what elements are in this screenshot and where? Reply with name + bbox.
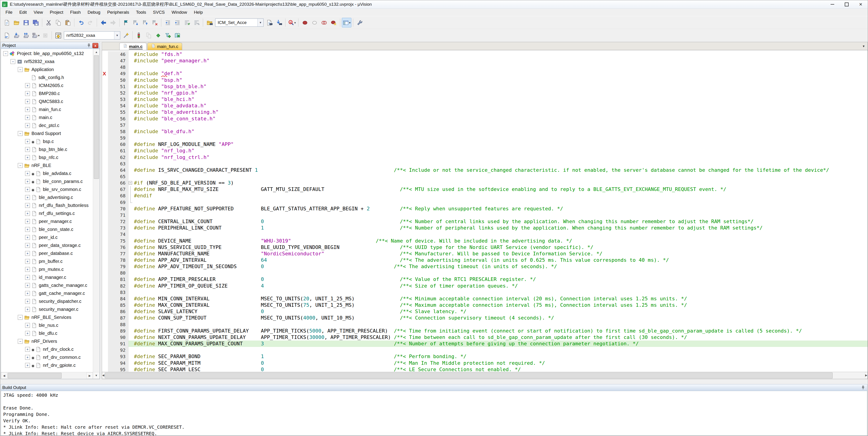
pin-icon[interactable] — [86, 43, 92, 48]
expand-icon[interactable]: + — [25, 299, 30, 304]
bookmark-prev-button[interactable] — [140, 18, 150, 27]
tree-item-bsp_btn_ble.c[interactable]: +bsp_btn_ble.c — [1, 145, 93, 153]
menu-debug[interactable]: Debug — [84, 9, 104, 16]
expand-icon[interactable]: + — [25, 347, 30, 352]
expand-icon[interactable]: + — [25, 235, 30, 240]
manage-project-items-button[interactable] — [144, 31, 153, 40]
expand-icon[interactable]: + — [25, 227, 30, 232]
chevron-down-icon[interactable]: ▼ — [114, 31, 120, 39]
unindent-button[interactable] — [173, 18, 182, 27]
tree-item-nrf_drv_clock.c[interactable]: +nrf_drv_clock.c — [1, 345, 93, 353]
tree-item-peer_database.c[interactable]: +peer_database.c — [1, 250, 93, 257]
scroll-left-icon[interactable]: ◀ — [102, 372, 104, 378]
tree-item-main_fun.c[interactable]: +main_fun.c — [1, 106, 93, 114]
tree-item-ble_dfu.c[interactable]: +ble_dfu.c — [1, 329, 93, 337]
expand-icon[interactable]: + — [25, 195, 30, 200]
tree-item-ble_advdata.c[interactable]: +ble_advdata.c — [1, 170, 93, 177]
expand-icon[interactable]: + — [25, 283, 30, 288]
code-view[interactable]: 46#include "fds.h"47#include "peer_manag… — [102, 50, 868, 372]
bookmark-clear-all-button[interactable] — [150, 18, 159, 27]
pack-installer-button[interactable] — [173, 31, 182, 40]
collapse-icon[interactable]: − — [18, 67, 23, 72]
tree-item-ble_advertising.c[interactable]: +ble_advertising.c — [1, 194, 93, 201]
project-horizontal-scrollbar[interactable]: ◀ ▶ — [1, 372, 93, 379]
fold-margin[interactable]: − — [128, 180, 133, 186]
collapse-icon[interactable]: − — [18, 131, 23, 136]
breakpoint-enable-disable-button[interactable] — [310, 18, 319, 27]
tree-item-sdk_config.h[interactable]: sdk_config.h — [1, 74, 93, 82]
open-file-button[interactable] — [12, 18, 21, 27]
tree-item-nrf_dfu_settings.c[interactable]: +nrf_dfu_settings.c — [1, 209, 93, 217]
tree-item-nrf_dfu_flash_buttonless[interactable]: +nrf_dfu_flash_buttonless — [1, 201, 93, 209]
expand-icon[interactable]: + — [25, 171, 30, 176]
tree-item-qmc5883.c[interactable]: +QMC5883.c — [1, 97, 93, 106]
expand-icon[interactable]: + — [25, 323, 30, 328]
tree-item-project-ble_app_mpu6050_s132[interactable]: −Project: ble_app_mpu6050_s132 — [1, 50, 93, 58]
collapse-icon[interactable]: − — [10, 59, 15, 64]
expand-icon[interactable]: + — [25, 123, 30, 128]
tree-item-main.c[interactable]: +main.c — [1, 114, 93, 121]
expand-icon[interactable]: + — [25, 331, 30, 336]
tree-item-nrf_drv_gpiote.c[interactable]: +nrf_drv_gpiote.c — [1, 361, 93, 369]
tree-item-security_manager.c[interactable]: +security_manager.c — [1, 306, 93, 313]
menu-help[interactable]: Help — [190, 9, 206, 16]
cut-button[interactable] — [44, 18, 53, 27]
build-output-log[interactable]: JTAG speed: 4000 kHzErase Done.Programmi… — [1, 391, 867, 436]
tree-item-ble_conn_params.c[interactable]: +ble_conn_params.c — [1, 177, 93, 185]
expand-icon[interactable]: + — [25, 99, 30, 104]
expand-icon[interactable]: + — [25, 307, 30, 312]
scroll-left-icon[interactable]: ◀ — [1, 372, 7, 379]
breakpoint-disable-all-button[interactable] — [319, 18, 329, 27]
fold-collapse-icon[interactable]: − — [129, 181, 132, 184]
tree-item-pm_buffer.c[interactable]: +pm_buffer.c — [1, 257, 93, 265]
project-panel-close-button[interactable]: x — [92, 43, 98, 48]
navigate-back-button[interactable] — [99, 18, 108, 27]
download-button[interactable]: LOAD — [53, 31, 63, 40]
scrollbar-track[interactable] — [62, 372, 87, 379]
expand-icon[interactable]: + — [25, 83, 30, 88]
tree-item-gatt_cache_manager.c[interactable]: +gatt_cache_manager.c — [1, 289, 93, 297]
scrollbar-track[interactable] — [93, 179, 100, 372]
copy-button[interactable] — [53, 18, 63, 27]
bookmark-next-button[interactable] — [131, 18, 140, 27]
menu-file[interactable]: File — [2, 9, 16, 16]
bookmark-toggle-button[interactable] — [121, 18, 131, 27]
save-file-button[interactable] — [21, 18, 31, 27]
expand-icon[interactable]: + — [25, 219, 30, 224]
pin-icon[interactable] — [860, 385, 866, 390]
scroll-right-icon[interactable]: ▶ — [865, 372, 868, 378]
stop-build-button[interactable] — [40, 31, 50, 40]
tree-item-nrf_ble_services[interactable]: −nRF_BLE_Services — [1, 313, 93, 321]
scroll-down-icon[interactable]: ▼ — [93, 372, 100, 379]
tree-item-pm_mutex.c[interactable]: +pm_mutex.c — [1, 265, 93, 273]
target-combobox-value[interactable]: nrf52832_xxaa — [64, 33, 114, 38]
chevron-down-icon[interactable]: ▾ — [294, 21, 296, 24]
horizontal-scrollbar-thumb[interactable] — [105, 373, 833, 378]
search-combobox-value[interactable]: ICM_Set_Acce — [215, 20, 257, 25]
expand-icon[interactable]: + — [25, 179, 30, 184]
rebuild-all-button[interactable] — [21, 31, 31, 40]
batch-build-button[interactable]: ▾ — [31, 31, 40, 40]
window-layout-button[interactable]: ▾ — [342, 18, 351, 27]
collapse-icon[interactable]: − — [3, 51, 8, 56]
expand-icon[interactable]: + — [25, 107, 30, 112]
collapse-icon[interactable]: − — [18, 315, 23, 320]
tree-item-ble_conn_state.c[interactable]: +ble_conn_state.c — [1, 226, 93, 233]
horizontal-scrollbar-thumb[interactable] — [8, 373, 62, 378]
expand-icon[interactable]: + — [25, 155, 30, 160]
vertical-scrollbar-thumb[interactable] — [94, 56, 99, 179]
tab-main-c[interactable]: main.c — [119, 43, 147, 50]
new-file-button[interactable] — [2, 18, 12, 27]
options-for-target-button[interactable] — [121, 31, 131, 40]
expand-icon[interactable]: + — [25, 267, 30, 272]
scroll-up-icon[interactable]: ▲ — [93, 49, 100, 55]
expand-icon[interactable]: + — [25, 91, 30, 96]
scrollbar-track[interactable] — [833, 372, 865, 379]
expand-icon[interactable]: + — [25, 275, 30, 280]
undo-button[interactable] — [76, 18, 86, 27]
start-stop-debug-button[interactable]: d▾ — [287, 18, 297, 27]
tree-item-id_manager.c[interactable]: +id_manager.c — [1, 273, 93, 281]
expand-icon[interactable]: + — [25, 355, 30, 360]
panel-splitter[interactable] — [100, 41, 102, 379]
tree-item-nrf52832_xxaa[interactable]: −nrf52832_xxaa — [1, 58, 93, 65]
